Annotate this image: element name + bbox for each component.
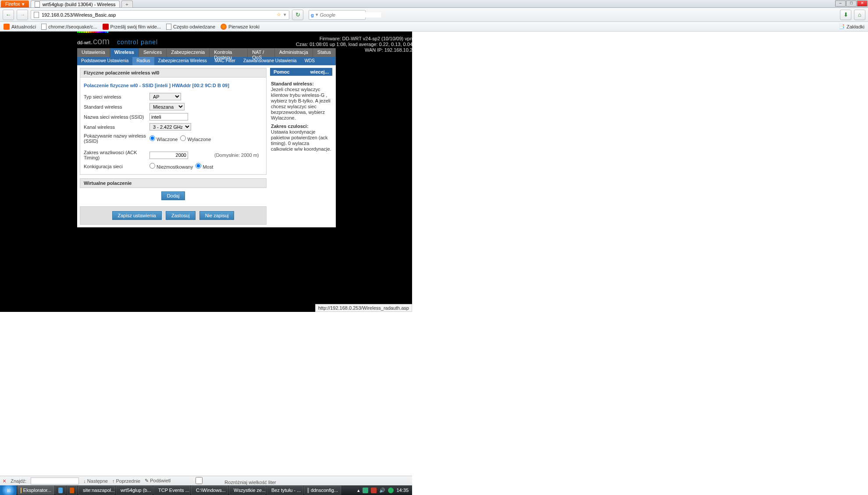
tab-wireless[interactable]: Wireless [110,48,139,57]
findbar-case[interactable]: Rozróżniaj wielkość liter [175,477,276,485]
radio-bridged[interactable] [196,163,201,169]
chevron-down-icon: ▾ [22,1,25,7]
home-button[interactable]: ⌂ [854,10,865,20]
new-tab-button[interactable]: + [121,0,133,7]
input-ssid[interactable] [149,113,188,120]
help-more-link[interactable]: wiecej... [310,69,329,74]
findbar-highlight[interactable]: ✎ Podświetl [145,478,171,484]
taskbar-item[interactable]: ddnsconfig... [304,486,341,495]
firefox-icon [221,24,227,30]
app-icon [58,488,63,493]
site-identity-icon [34,12,39,18]
radio-unbridged[interactable] [149,163,155,169]
browser-navbar: ← → ☆ ▾ ↻ g▾ ⬇ ⌂ [0,8,868,22]
page-viewport: Firmware: DD-WRT v24-sp2 (10/10/09) vpnC… [0,32,412,312]
subtab-radius[interactable]: Radius [132,57,154,65]
ack-hint: (Domyslnie: 2000 m) [214,152,259,158]
bookmark-item[interactable]: Prześlij swój film wide... [103,24,161,30]
router-panel: Firmware: DD-WRT v24-sp2 (10/10/09) vpnC… [77,33,336,227]
system-tray[interactable]: ▴ 🔊 14:35 [354,488,412,493]
action-buttons: Zapisz ustawienia Zastosuj Nie zapisuj [80,206,267,225]
tab-zabezpieczenia[interactable]: Zabezpieczenia [167,48,210,57]
subtab-wds[interactable]: WDS [301,57,319,65]
back-button[interactable]: ← [3,10,14,20]
minimize-button[interactable]: – [835,0,846,7]
tray-icon[interactable] [388,488,394,493]
taskbar-item[interactable]: Bez tytułu - ... [267,486,303,495]
app-icon [307,488,309,493]
taskbar-item[interactable]: Eksplorator... [18,486,54,495]
subtab-zabezpieczenia-wireless[interactable]: Zabezpieczenia Wireless [154,57,211,65]
cancel-button[interactable]: Nie zapisuj [199,211,235,220]
taskbar: ⊞ Eksplorator... site:naszapol... wrt54g… [0,485,412,495]
close-button[interactable]: ✕ [857,0,868,7]
bookmarks-icon: 📑 [839,24,845,29]
select-wireless-standard[interactable]: Mieszana [149,103,185,110]
tab-services[interactable]: Services [139,48,167,57]
system-info: Firmware: DD-WRT v24-sp2 (10/10/09) vpnC… [268,36,412,53]
save-button[interactable]: Zapisz ustawienia [112,211,162,220]
tray-icon[interactable] [371,488,377,493]
taskbar-item[interactable]: site:naszapol... [78,486,115,495]
findbar-label: Znajdź: [11,478,26,484]
radio-broadcast-on[interactable] [149,135,155,141]
taskbar-item[interactable]: wrt54glup (b... [116,486,153,495]
start-button[interactable]: ⊞ [0,485,17,495]
clock[interactable]: 14:35 [396,488,409,493]
firefox-menu-button[interactable]: Firefox▾ [1,0,29,7]
browser-tab[interactable]: wrt54glup (build 13064) - Wireless [31,0,120,7]
sub-tabs: Podstawowe Ustawienia Radius Zabezpiecze… [77,57,336,65]
tray-expand-icon[interactable]: ▴ [357,488,360,493]
subtab-zaawansowane[interactable]: Zaawansowane Ustawienia [239,57,301,65]
tab-ustawienia[interactable]: Ustawienia [77,48,110,57]
apply-button[interactable]: Zastosuj [166,211,196,220]
url-bar[interactable]: ☆ ▾ [31,10,289,20]
bookmarks-menu[interactable]: 📑Zakładki [839,24,864,29]
findbar-close[interactable]: × [3,477,6,484]
page-icon [166,24,171,30]
feed-icon[interactable]: ☆ [277,12,281,18]
findbar-input[interactable] [31,477,79,484]
find-bar: × Znajdź: ↓ Następne ↑ Poprzednie ✎ Podś… [0,476,412,485]
content-area: Fizyczne polaczenie wireless wl0 Polacze… [77,65,336,227]
label-channel: Kanal wireless [84,124,149,130]
volume-icon[interactable]: 🔊 [379,488,385,493]
main-column: Fizyczne polaczenie wireless wl0 Polacze… [80,68,267,225]
taskbar-item[interactable] [67,486,77,495]
control-panel-label: control panel [117,39,158,46]
bookmark-item[interactable]: Aktualności [4,24,36,30]
downloads-button[interactable]: ⬇ [840,10,851,20]
maximize-button[interactable]: □ [846,0,857,7]
select-wireless-type[interactable]: AP [149,93,181,100]
page-icon [41,24,46,30]
radio-broadcast-off[interactable] [180,135,186,141]
add-button[interactable]: Dodaj [161,191,185,200]
bookmark-item[interactable]: chrome://seoquake/c... [41,24,97,30]
dropdown-icon[interactable]: ▾ [284,12,286,18]
select-channel[interactable]: 3 - 2.422 GHz [149,123,191,131]
subtab-podstawowe[interactable]: Podstawowe Ustawienia [77,57,132,65]
label-ssid: Nazwa sieci wireless (SSID) [84,114,149,120]
google-icon: g [311,12,314,18]
bookmark-item[interactable]: Pierwsze kroki [221,24,260,30]
findbar-prev[interactable]: ↑ Poprzednie [112,478,140,484]
taskbar-item[interactable]: C:\Windows... [191,486,228,495]
input-ack-timing[interactable] [149,152,188,159]
findbar-next[interactable]: ↓ Następne [83,478,108,484]
subtab-mac-filter[interactable]: MAC Filter [211,57,239,65]
taskbar-item[interactable]: TCP Events ... [153,486,190,495]
label-netconfig: Konkiguracja sieci [84,164,149,169]
url-input[interactable] [42,12,274,18]
search-input[interactable] [320,12,381,18]
taskbar-item[interactable]: Wszystkie ze... [229,486,266,495]
taskbar-item[interactable] [55,486,66,495]
tab-kontrola[interactable]: Kontrola Dostepu [210,48,248,57]
interface-title: Polaczenie fizyczne wl0 - SSID [inteli ]… [84,81,263,92]
bookmark-item[interactable]: Często odwiedzane [166,24,215,30]
reload-button[interactable]: ↻ [292,10,303,20]
forward-button[interactable]: → [17,10,28,20]
bookmarks-bar: Aktualności chrome://seoquake/c... Prześ… [0,22,868,32]
tray-icon[interactable] [363,488,368,493]
section-header-physical: Fizyczne polaczenie wireless wl0 [80,68,267,78]
search-bar[interactable]: g▾ [309,10,366,20]
